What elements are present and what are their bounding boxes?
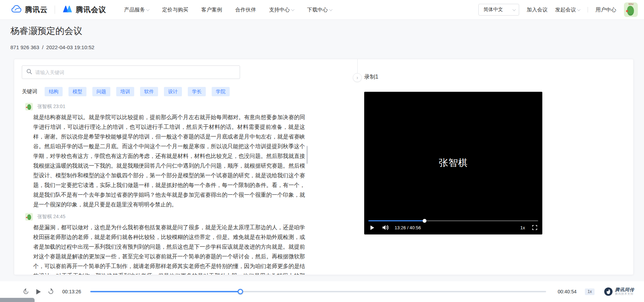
message-text[interactable]: 都是漏洞，都可以做对，这也是为什么我初赛包括复赛就是问了很多，就是无论是太原理工… <box>33 223 305 275</box>
language-select-value: 简体中文 <box>484 7 503 13</box>
speaker-avatar <box>25 213 33 221</box>
video-progress-fill <box>368 220 424 221</box>
keyword-chip[interactable]: 结构 <box>45 87 63 96</box>
keywords-row: 关键词 结构 模型 问题 培训 软件 设计 学长 学院 <box>22 87 230 96</box>
tencent-meeting-logo-icon <box>62 5 73 15</box>
avatar-figure <box>627 6 634 16</box>
join-meeting-label: 加入会议 <box>527 7 548 13</box>
chevron-down-icon <box>329 8 333 11</box>
video-player[interactable]: 张智棋 13:26 / 40:56 1x <box>364 92 542 234</box>
player-bar: 5 00:13:26 00:40:54 1x 腾讯同传 腾讯技术支持 <box>0 281 644 302</box>
tencent-cloud-wordmark[interactable]: 腾讯云 <box>25 5 48 15</box>
main-nav: 产品服务 定价与购买 客户案例 合作伙伴 支持中心 下载中心 <box>124 7 332 13</box>
chevron-down-icon <box>146 8 150 11</box>
nav-item-support[interactable]: 支持中心 <box>269 7 294 13</box>
keyword-chip[interactable]: 模型 <box>68 87 86 96</box>
avatar-accent <box>26 107 27 108</box>
user-center-link[interactable]: 用户中心 <box>596 7 616 13</box>
nav-item-partners[interactable]: 合作伙伴 <box>235 7 256 13</box>
tongchuan-brand: 腾讯同传 <box>615 287 634 292</box>
tencent-tongchuan-text: 腾讯同传 腾讯技术支持 <box>615 287 634 295</box>
current-time: 00:13:26 <box>62 289 81 294</box>
fullscreen-icon[interactable] <box>531 224 538 231</box>
tencent-tongchuan-logo-icon <box>604 287 613 296</box>
meeting-meta: 871 926 363 / 2022-04-03 19:10:52 <box>10 44 94 50</box>
volume-icon[interactable] <box>381 224 390 231</box>
svg-text:5: 5 <box>25 291 27 293</box>
nav-item-label: 支持中心 <box>269 7 290 13</box>
keywords-label: 关键词 <box>22 88 37 95</box>
collapse-toggle-button[interactable]: › <box>353 73 362 82</box>
recording-label[interactable]: 录制1 <box>364 73 378 81</box>
video-controls: 13:26 / 40:56 1x <box>368 223 538 232</box>
meeting-id: 871 926 363 <box>10 44 39 50</box>
nav-item-label: 客户案例 <box>201 7 222 13</box>
transcript-scrollbar[interactable] <box>306 146 308 164</box>
speaker-name: 张智棋 <box>37 104 52 109</box>
user-center-label: 用户中心 <box>596 7 616 13</box>
nav-item-label: 产品服务 <box>124 7 145 13</box>
start-meeting-link[interactable]: 发起会议 <box>555 7 580 13</box>
tencent-cloud-logo-icon <box>10 4 22 15</box>
avatar-figure <box>27 214 31 220</box>
seek-fill <box>90 291 241 292</box>
keyword-chip[interactable]: 设计 <box>164 87 182 96</box>
brand-divider <box>55 6 55 14</box>
seek-slider[interactable] <box>90 291 546 292</box>
keyword-chip[interactable]: 培训 <box>116 87 134 96</box>
chevron-right-icon: › <box>357 75 358 80</box>
video-progress-handle[interactable] <box>423 219 426 223</box>
nav-item-label: 定价与购买 <box>162 7 188 13</box>
main-card: 关键词 结构 模型 问题 培训 软件 设计 学长 学院 张智棋 23:01 就是… <box>14 59 634 275</box>
transcript-message: 张智棋 24:45 都是漏洞，都可以做对，这也是为什么我初赛包括复赛就是问了很多… <box>14 213 325 275</box>
nav-item-label: 合作伙伴 <box>235 7 256 13</box>
avatar-accent <box>626 10 628 12</box>
speed-badge[interactable]: 1x <box>585 288 595 295</box>
keyword-chip[interactable]: 学长 <box>188 87 206 96</box>
transcript-message: 张智棋 23:01 就是结构赛就是可以。就是学院可以比较提前，提前那么两个月左右… <box>14 103 325 210</box>
start-meeting-label: 发起会议 <box>555 7 576 13</box>
video-play-button[interactable] <box>368 224 376 231</box>
transcript-list[interactable]: 张智棋 23:01 就是结构赛就是可以。就是学院可以比较提前，提前那么两个月左右… <box>14 99 325 275</box>
video-speaker-name: 张智棋 <box>364 157 542 169</box>
chevron-down-icon <box>513 8 516 11</box>
tencent-meeting-wordmark[interactable]: 腾讯会议 <box>76 5 106 15</box>
total-time: 00:40:54 <box>558 289 577 294</box>
language-select[interactable]: 简体中文 <box>478 4 519 16</box>
message-timestamp[interactable]: 24:45 <box>53 214 65 219</box>
avatar-figure <box>27 104 31 110</box>
tongchuan-subtitle: 腾讯技术支持 <box>615 293 634 296</box>
keyword-chip[interactable]: 软件 <box>140 87 158 96</box>
nav-item-downloads[interactable]: 下载中心 <box>307 7 332 13</box>
nav-right-area: 简体中文 加入会议 发起会议 用户中心 SDU <box>478 2 638 17</box>
message-timestamp[interactable]: 23:01 <box>53 104 65 109</box>
message-header: 张智棋 23:01 <box>25 103 325 110</box>
user-avatar[interactable]: SDU <box>624 2 638 17</box>
nav-item-label: 下载中心 <box>307 7 328 13</box>
nav-item-cases[interactable]: 客户案例 <box>201 7 222 13</box>
video-progress-bar[interactable] <box>368 220 538 221</box>
meeting-meta-separator: / <box>42 44 43 50</box>
nav-item-pricing[interactable]: 定价与购买 <box>162 7 188 13</box>
avatar-accent <box>26 217 27 218</box>
seek-handle[interactable] <box>238 289 243 294</box>
speaker-avatar <box>25 103 33 110</box>
chevron-down-icon <box>291 8 295 11</box>
join-meeting-link[interactable]: 加入会议 <box>527 7 548 13</box>
nav-item-products[interactable]: 产品服务 <box>124 7 149 13</box>
keyword-chip[interactable]: 问题 <box>92 87 110 96</box>
search-input[interactable] <box>35 70 236 75</box>
message-text[interactable]: 就是结构赛就是可以。就是学院可以比较提前，提前那么两个月左右就开始每周都对。有意… <box>33 113 305 210</box>
replay-5s-button[interactable]: 5 <box>22 288 30 295</box>
top-nav: 腾讯云 腾讯会议 产品服务 定价与购买 客户案例 合作伙伴 支持中心 下载中心 … <box>0 0 644 20</box>
search-box <box>22 65 240 79</box>
play-button[interactable] <box>35 288 42 295</box>
search-icon <box>26 69 32 76</box>
meeting-datetime: 2022-04-03 19:10:52 <box>46 44 94 50</box>
keyword-chip[interactable]: 学院 <box>212 87 230 96</box>
brand-area: 腾讯云 腾讯会议 <box>10 4 106 15</box>
restart-button[interactable] <box>47 288 55 295</box>
avatar-tag: SDU <box>628 3 634 5</box>
corner-overlay <box>0 298 35 302</box>
video-speed[interactable]: 1x <box>520 225 525 230</box>
